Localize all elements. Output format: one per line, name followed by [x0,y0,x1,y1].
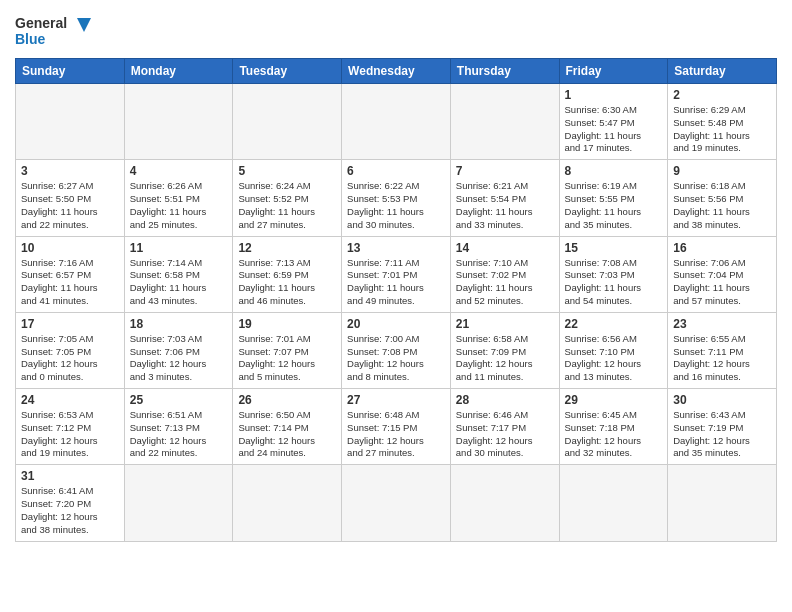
day-info: Sunrise: 7:06 AMSunset: 7:04 PMDaylight:… [673,257,771,308]
calendar-cell [124,84,233,160]
day-info: Sunrise: 6:19 AMSunset: 5:55 PMDaylight:… [565,180,663,231]
weekday-header-wednesday: Wednesday [342,59,451,84]
day-info: Sunrise: 6:26 AMSunset: 5:51 PMDaylight:… [130,180,228,231]
calendar-week-row: 1Sunrise: 6:30 AMSunset: 5:47 PMDaylight… [16,84,777,160]
day-info: Sunrise: 6:55 AMSunset: 7:11 PMDaylight:… [673,333,771,384]
calendar-cell: 1Sunrise: 6:30 AMSunset: 5:47 PMDaylight… [559,84,668,160]
calendar-cell: 16Sunrise: 7:06 AMSunset: 7:04 PMDayligh… [668,236,777,312]
calendar-cell: 23Sunrise: 6:55 AMSunset: 7:11 PMDayligh… [668,312,777,388]
day-number: 24 [21,393,119,407]
calendar-cell [559,465,668,541]
day-info: Sunrise: 6:51 AMSunset: 7:13 PMDaylight:… [130,409,228,460]
day-number: 26 [238,393,336,407]
weekday-header-tuesday: Tuesday [233,59,342,84]
calendar-cell: 25Sunrise: 6:51 AMSunset: 7:13 PMDayligh… [124,389,233,465]
weekday-header-row: SundayMondayTuesdayWednesdayThursdayFrid… [16,59,777,84]
day-number: 8 [565,164,663,178]
day-number: 21 [456,317,554,331]
calendar-cell [668,465,777,541]
day-number: 7 [456,164,554,178]
day-number: 19 [238,317,336,331]
calendar-cell [124,465,233,541]
day-number: 14 [456,241,554,255]
weekday-header-monday: Monday [124,59,233,84]
day-number: 5 [238,164,336,178]
calendar-cell: 19Sunrise: 7:01 AMSunset: 7:07 PMDayligh… [233,312,342,388]
calendar-cell: 9Sunrise: 6:18 AMSunset: 5:56 PMDaylight… [668,160,777,236]
calendar-cell: 18Sunrise: 7:03 AMSunset: 7:06 PMDayligh… [124,312,233,388]
svg-text:General: General [15,15,67,31]
calendar-week-row: 31Sunrise: 6:41 AMSunset: 7:20 PMDayligh… [16,465,777,541]
day-info: Sunrise: 6:21 AMSunset: 5:54 PMDaylight:… [456,180,554,231]
day-info: Sunrise: 6:53 AMSunset: 7:12 PMDaylight:… [21,409,119,460]
calendar-cell: 3Sunrise: 6:27 AMSunset: 5:50 PMDaylight… [16,160,125,236]
calendar-cell: 15Sunrise: 7:08 AMSunset: 7:03 PMDayligh… [559,236,668,312]
calendar-cell: 24Sunrise: 6:53 AMSunset: 7:12 PMDayligh… [16,389,125,465]
calendar-cell [233,465,342,541]
calendar-cell: 31Sunrise: 6:41 AMSunset: 7:20 PMDayligh… [16,465,125,541]
header-section: GeneralBlue [15,10,777,50]
day-number: 23 [673,317,771,331]
calendar-cell: 10Sunrise: 7:16 AMSunset: 6:57 PMDayligh… [16,236,125,312]
day-number: 22 [565,317,663,331]
calendar-cell: 7Sunrise: 6:21 AMSunset: 5:54 PMDaylight… [450,160,559,236]
weekday-header-friday: Friday [559,59,668,84]
day-info: Sunrise: 6:18 AMSunset: 5:56 PMDaylight:… [673,180,771,231]
calendar-cell [342,84,451,160]
day-info: Sunrise: 6:24 AMSunset: 5:52 PMDaylight:… [238,180,336,231]
day-info: Sunrise: 6:45 AMSunset: 7:18 PMDaylight:… [565,409,663,460]
day-number: 13 [347,241,445,255]
day-info: Sunrise: 7:11 AMSunset: 7:01 PMDaylight:… [347,257,445,308]
weekday-header-saturday: Saturday [668,59,777,84]
calendar-cell: 11Sunrise: 7:14 AMSunset: 6:58 PMDayligh… [124,236,233,312]
day-number: 27 [347,393,445,407]
day-number: 16 [673,241,771,255]
day-info: Sunrise: 6:43 AMSunset: 7:19 PMDaylight:… [673,409,771,460]
day-info: Sunrise: 7:03 AMSunset: 7:06 PMDaylight:… [130,333,228,384]
calendar-week-row: 24Sunrise: 6:53 AMSunset: 7:12 PMDayligh… [16,389,777,465]
svg-text:Blue: Blue [15,31,46,47]
calendar-cell: 21Sunrise: 6:58 AMSunset: 7:09 PMDayligh… [450,312,559,388]
weekday-header-sunday: Sunday [16,59,125,84]
day-number: 9 [673,164,771,178]
calendar-cell: 27Sunrise: 6:48 AMSunset: 7:15 PMDayligh… [342,389,451,465]
day-number: 4 [130,164,228,178]
calendar-cell: 8Sunrise: 6:19 AMSunset: 5:55 PMDaylight… [559,160,668,236]
calendar: SundayMondayTuesdayWednesdayThursdayFrid… [15,58,777,542]
day-info: Sunrise: 6:46 AMSunset: 7:17 PMDaylight:… [456,409,554,460]
day-info: Sunrise: 7:10 AMSunset: 7:02 PMDaylight:… [456,257,554,308]
day-number: 15 [565,241,663,255]
day-info: Sunrise: 6:48 AMSunset: 7:15 PMDaylight:… [347,409,445,460]
calendar-cell: 29Sunrise: 6:45 AMSunset: 7:18 PMDayligh… [559,389,668,465]
calendar-cell [450,84,559,160]
day-info: Sunrise: 7:13 AMSunset: 6:59 PMDaylight:… [238,257,336,308]
calendar-cell: 30Sunrise: 6:43 AMSunset: 7:19 PMDayligh… [668,389,777,465]
calendar-cell: 4Sunrise: 6:26 AMSunset: 5:51 PMDaylight… [124,160,233,236]
day-number: 2 [673,88,771,102]
calendar-cell: 6Sunrise: 6:22 AMSunset: 5:53 PMDaylight… [342,160,451,236]
calendar-cell: 12Sunrise: 7:13 AMSunset: 6:59 PMDayligh… [233,236,342,312]
calendar-cell: 28Sunrise: 6:46 AMSunset: 7:17 PMDayligh… [450,389,559,465]
day-number: 31 [21,469,119,483]
day-number: 10 [21,241,119,255]
day-info: Sunrise: 7:05 AMSunset: 7:05 PMDaylight:… [21,333,119,384]
weekday-header-thursday: Thursday [450,59,559,84]
day-number: 17 [21,317,119,331]
logo-svg: GeneralBlue [15,10,95,50]
calendar-cell: 17Sunrise: 7:05 AMSunset: 7:05 PMDayligh… [16,312,125,388]
calendar-cell: 26Sunrise: 6:50 AMSunset: 7:14 PMDayligh… [233,389,342,465]
day-number: 18 [130,317,228,331]
calendar-cell [233,84,342,160]
day-number: 29 [565,393,663,407]
day-number: 11 [130,241,228,255]
calendar-cell: 13Sunrise: 7:11 AMSunset: 7:01 PMDayligh… [342,236,451,312]
calendar-cell [450,465,559,541]
day-number: 25 [130,393,228,407]
calendar-week-row: 17Sunrise: 7:05 AMSunset: 7:05 PMDayligh… [16,312,777,388]
day-info: Sunrise: 7:16 AMSunset: 6:57 PMDaylight:… [21,257,119,308]
day-number: 6 [347,164,445,178]
calendar-cell: 5Sunrise: 6:24 AMSunset: 5:52 PMDaylight… [233,160,342,236]
day-info: Sunrise: 6:22 AMSunset: 5:53 PMDaylight:… [347,180,445,231]
calendar-cell: 14Sunrise: 7:10 AMSunset: 7:02 PMDayligh… [450,236,559,312]
calendar-cell: 22Sunrise: 6:56 AMSunset: 7:10 PMDayligh… [559,312,668,388]
